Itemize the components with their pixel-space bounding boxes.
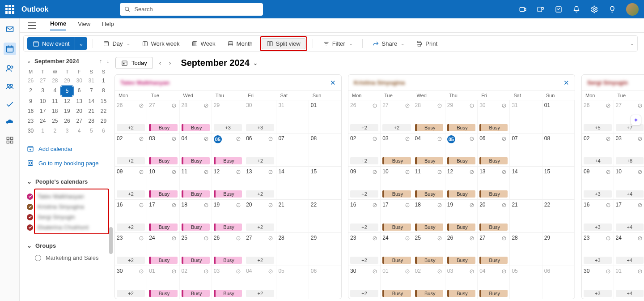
mini-cal-day[interactable]: 27 xyxy=(37,76,48,85)
calendar-cell[interactable]: 17Busy xyxy=(381,199,413,232)
calendar-cell[interactable]: 04Busy xyxy=(180,133,212,166)
groups-section[interactable]: ⌄Groups xyxy=(25,239,109,253)
more-events[interactable]: +3 xyxy=(584,190,612,198)
calendar-cell[interactable]: 30+3 xyxy=(244,100,276,133)
calendar-cell[interactable]: 29 xyxy=(542,232,575,266)
calendar-cell[interactable]: 08 xyxy=(309,133,341,166)
calendar-cell[interactable]: 28 xyxy=(276,232,309,266)
new-event-button[interactable]: New event ⌄ xyxy=(27,37,87,50)
search-input[interactable]: Search xyxy=(120,3,263,16)
calendar-cell[interactable]: 30+2 xyxy=(348,266,381,299)
calendar-cell[interactable]: 12Busy xyxy=(445,166,478,199)
calendar-cell[interactable]: 03Busy xyxy=(147,133,179,166)
calendar-cell[interactable]: 12Busy xyxy=(212,166,244,199)
calendar-cell[interactable]: 26+2 xyxy=(348,100,381,133)
calendar-cell[interactable]: 06 xyxy=(542,266,575,299)
calendar-cell[interactable]: 25Busy xyxy=(413,232,445,266)
busy-event[interactable]: Busy xyxy=(149,224,177,231)
mini-cal-day[interactable]: 20 xyxy=(74,107,85,116)
day-button[interactable]: Day⌄ xyxy=(98,39,134,49)
busy-event[interactable]: Busy xyxy=(214,290,242,297)
calendar-cell[interactable]: 16+2 xyxy=(348,199,381,232)
add-calendar-link[interactable]: Add calendar xyxy=(25,142,109,156)
month-button[interactable]: Month xyxy=(223,39,257,49)
tab-view[interactable]: View xyxy=(78,21,90,30)
calendar-cell[interactable]: 20Busy xyxy=(478,199,510,232)
calendar-cell[interactable]: 23+3 xyxy=(582,232,614,266)
mini-cal-day[interactable]: 28 xyxy=(49,76,60,85)
more-events[interactable]: +2 xyxy=(350,124,378,131)
busy-event[interactable]: Busy xyxy=(447,224,475,231)
mini-cal-day[interactable]: 26 xyxy=(25,76,36,85)
calendar-cell[interactable]: 02Busy xyxy=(180,266,212,299)
busy-event[interactable]: Busy xyxy=(447,257,475,264)
mini-cal-day[interactable]: 14 xyxy=(86,97,97,106)
mini-cal-day[interactable]: 21 xyxy=(86,107,97,116)
mini-cal-day[interactable]: 15 xyxy=(98,97,109,106)
calendar-nav[interactable] xyxy=(4,43,16,55)
calendar-cell[interactable]: 26Busy xyxy=(445,232,478,266)
calendar-cell[interactable]: 29+3 xyxy=(212,100,244,133)
more-events[interactable]: +3 xyxy=(214,124,242,131)
meet-now-icon[interactable] xyxy=(519,5,527,13)
calendar-cell[interactable]: 30+2 xyxy=(115,266,147,299)
calendar-cell[interactable]: 09+3 xyxy=(582,166,614,199)
mini-cal-day[interactable]: 6 xyxy=(74,86,85,96)
mini-cal-day[interactable]: 2 xyxy=(49,126,60,135)
busy-event[interactable]: Busy xyxy=(182,224,210,231)
calendar-cell[interactable]: 21 xyxy=(276,199,309,232)
calendar-cell[interactable]: 03Busy xyxy=(381,133,413,166)
people-icon[interactable] xyxy=(5,64,14,73)
more-events[interactable]: +2 xyxy=(350,257,378,264)
calendar-cell[interactable]: 18Busy xyxy=(180,199,212,232)
calendar-cell[interactable]: 01 xyxy=(309,100,341,133)
mini-cal-day[interactable]: 1 xyxy=(98,76,109,85)
busy-event[interactable]: Busy xyxy=(447,290,475,297)
filter-button[interactable]: Filter⌄ xyxy=(318,39,357,49)
more-events[interactable]: +2 xyxy=(246,257,274,264)
calendar-cell[interactable]: 02+2 xyxy=(115,133,147,166)
mini-cal-day[interactable]: 7 xyxy=(86,86,97,96)
mini-cal-day[interactable]: 24 xyxy=(37,116,48,125)
more-events[interactable]: +8 xyxy=(616,157,644,164)
copilot-badge[interactable]: ✦ xyxy=(631,115,641,125)
calendar-person-row[interactable]: Ekaterina Chukhont xyxy=(36,222,107,232)
busy-event[interactable]: Busy xyxy=(382,224,411,231)
busy-event[interactable]: Busy xyxy=(214,224,242,231)
calendar-cell[interactable]: 05Busy xyxy=(445,133,478,166)
mini-cal-day[interactable]: 12 xyxy=(61,97,72,106)
more-events[interactable]: +2 xyxy=(246,190,274,198)
busy-event[interactable]: Busy xyxy=(149,190,177,198)
mini-cal-day[interactable]: 30 xyxy=(25,126,36,135)
note-icon[interactable] xyxy=(555,5,563,13)
mini-cal-day[interactable]: 22 xyxy=(98,107,109,116)
calendar-cell[interactable]: 28 xyxy=(510,232,542,266)
mini-cal-day[interactable]: 26 xyxy=(61,116,72,125)
calendar-cell[interactable]: 28Busy xyxy=(413,100,445,133)
mini-cal-day[interactable]: 17 xyxy=(37,107,48,116)
calendar-cell[interactable]: 01 xyxy=(542,100,575,133)
more-events[interactable]: +2 xyxy=(117,157,145,164)
calendar-cell[interactable]: 03Busy xyxy=(445,266,478,299)
busy-event[interactable]: Busy xyxy=(382,157,411,164)
busy-event[interactable]: Busy xyxy=(182,190,210,198)
more-events[interactable]: +4 xyxy=(616,190,644,198)
calendar-cell[interactable]: 13+2 xyxy=(244,166,276,199)
busy-event[interactable]: Busy xyxy=(214,257,242,264)
calendar-cell[interactable]: 30+3 xyxy=(582,266,614,299)
busy-event[interactable]: Busy xyxy=(182,257,210,264)
busy-event[interactable]: Busy xyxy=(415,257,443,264)
calendar-cell[interactable]: 15 xyxy=(542,166,575,199)
mini-cal-day[interactable]: 1 xyxy=(37,126,48,135)
mini-cal-day[interactable]: 8 xyxy=(98,86,109,96)
calendar-cell[interactable]: 09+2 xyxy=(115,166,147,199)
groups-icon[interactable] xyxy=(5,82,14,91)
peoples-calendars-section[interactable]: ⌄People's calendars xyxy=(25,175,109,189)
calendar-person-row[interactable]: Kristina Sinyugina xyxy=(36,202,107,212)
busy-event[interactable]: Busy xyxy=(415,190,443,198)
more-events[interactable]: +2 xyxy=(246,157,274,164)
calendar-cell[interactable]: 08 xyxy=(542,133,575,166)
calendar-cell[interactable]: 11Busy xyxy=(413,166,445,199)
more-events[interactable]: +2 xyxy=(382,124,411,131)
busy-event[interactable]: Busy xyxy=(479,124,508,131)
